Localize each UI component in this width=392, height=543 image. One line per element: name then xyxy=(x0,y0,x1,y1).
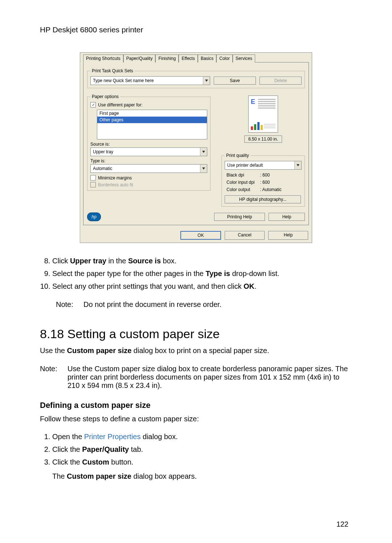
minimize-margins-checkbox[interactable]: Minimize margins xyxy=(90,175,207,181)
list-item[interactable]: First page xyxy=(97,110,207,117)
chevron-down-icon[interactable] xyxy=(203,77,210,85)
quickset-name-value: Type new Quick Set name here xyxy=(91,77,203,85)
list-item: Open the Printer Properties dialog box. xyxy=(52,431,352,442)
print-quality-value: Use printer default xyxy=(225,161,294,169)
preview-size-label: 8.50 x 11.00 in. xyxy=(244,135,282,143)
print-quality-group: Print quality Use printer default Black … xyxy=(221,153,305,207)
tab-bar: Printing Shortcuts Paper/Quality Finishi… xyxy=(80,53,312,62)
paragraph: Use the Custom paper size dialog box to … xyxy=(40,345,352,356)
quicksets-group: Print Task Quick Sets Type new Quick Set… xyxy=(87,68,305,88)
tab-basics[interactable]: Basics xyxy=(198,54,216,62)
minimize-margins-label: Minimize margins xyxy=(98,175,132,181)
source-is-combo[interactable]: Upper tray xyxy=(90,147,207,156)
note-text: Do not print the document in reverse ord… xyxy=(83,300,221,309)
use-different-paper-checkbox[interactable]: ✓ Use different paper for: xyxy=(90,102,207,108)
list-item: Click the Paper/Quality tab. xyxy=(52,444,352,455)
list-item: Click Upper tray in the Source is box. xyxy=(52,256,352,266)
paper-pages-listbox[interactable]: First page Other pages xyxy=(97,110,207,139)
preview-chart-icon xyxy=(251,122,263,130)
chevron-down-icon[interactable] xyxy=(294,161,301,169)
note-row: Note: Use the Custom paper size dialog b… xyxy=(40,365,352,390)
delete-button: Delete xyxy=(260,77,302,85)
hp-digital-photography-button[interactable]: HP digital photography... xyxy=(225,195,301,203)
list-item: Select any other print settings that you… xyxy=(52,281,352,292)
save-button[interactable]: Save xyxy=(214,77,256,85)
spec-value: : 600 xyxy=(260,172,282,178)
preview-letter: E xyxy=(251,98,255,106)
borderless-auto-fit-checkbox: Borderless auto fit xyxy=(90,182,207,187)
spec-label: Color output xyxy=(226,186,259,193)
list-item[interactable]: Other pages xyxy=(97,117,207,123)
quicksets-legend: Print Task Quick Sets xyxy=(90,68,135,73)
use-different-paper-label: Use different paper for: xyxy=(98,102,143,108)
print-quality-legend: Print quality xyxy=(225,153,250,158)
note-row: Note: Do not print the document in rever… xyxy=(56,300,352,309)
checkbox-box-icon xyxy=(90,182,96,187)
print-quality-combo[interactable]: Use printer default xyxy=(225,161,302,170)
quickset-name-combo[interactable]: Type new Quick Set name here xyxy=(90,76,210,85)
spec-value: : 600 xyxy=(260,179,282,186)
paper-options-legend: Paper options xyxy=(90,94,120,99)
chevron-down-icon[interactable] xyxy=(200,148,207,156)
preview-underlines-icon xyxy=(264,124,275,129)
print-properties-dialog: Printing Shortcuts Paper/Quality Finishi… xyxy=(80,52,312,243)
spec-value: : Automatic xyxy=(260,186,282,193)
borderless-auto-fit-label: Borderless auto fit xyxy=(98,182,133,187)
spec-label: Black dpi xyxy=(226,172,259,178)
checkbox-check-icon: ✓ xyxy=(90,102,96,108)
source-is-label: Source is: xyxy=(90,142,207,147)
tab-printing-shortcuts[interactable]: Printing Shortcuts xyxy=(83,54,123,62)
footer-help-button[interactable]: Help xyxy=(268,231,308,240)
instruction-list-8-10: Click Upper tray in the Source is box. S… xyxy=(40,256,352,292)
type-is-combo[interactable]: Automatic xyxy=(90,164,207,173)
list-item: Click the Custom button. The Custom pape… xyxy=(52,457,352,482)
print-quality-specs: Black dpi: 600 Color input dpi: 600 Colo… xyxy=(225,170,283,195)
type-is-label: Type is: xyxy=(90,158,207,163)
page-number: 122 xyxy=(336,520,348,528)
page-header: HP Deskjet 6800 series printer xyxy=(40,25,352,34)
hp-logo-icon: hp xyxy=(87,212,101,221)
preview-lines-icon xyxy=(258,99,275,110)
note-text: Use the Custom paper size dialog box to … xyxy=(68,365,352,390)
tab-finishing[interactable]: Finishing xyxy=(155,54,179,62)
chevron-down-icon[interactable] xyxy=(200,165,207,173)
page-preview-icon: E xyxy=(248,96,278,133)
tab-paper-quality[interactable]: Paper/Quality xyxy=(123,54,156,62)
tab-services[interactable]: Services xyxy=(233,54,255,62)
printer-properties-link[interactable]: Printer Properties xyxy=(84,433,141,441)
help-button[interactable]: Help xyxy=(269,213,305,221)
note-label: Note: xyxy=(56,300,77,309)
note-label: Note: xyxy=(40,365,61,390)
instruction-list-1-3: Open the Printer Properties dialog box. … xyxy=(40,431,352,482)
section-heading: 8.18 Setting a custom paper size xyxy=(40,327,352,341)
ok-button[interactable]: OK xyxy=(180,231,221,240)
sub-heading: Defining a custom paper size xyxy=(40,401,352,410)
cancel-button[interactable]: Cancel xyxy=(225,231,265,240)
paragraph: Follow these steps to define a custom pa… xyxy=(40,414,352,424)
tab-color[interactable]: Color xyxy=(216,54,233,62)
printing-help-button[interactable]: Printing Help xyxy=(214,213,265,221)
list-item: Select the paper type for the other page… xyxy=(52,268,352,279)
spec-label: Color input dpi xyxy=(226,179,259,186)
type-is-value: Automatic xyxy=(91,165,200,173)
paragraph: The Custom paper size dialog box appears… xyxy=(52,471,352,482)
paper-options-group: Paper options ✓ Use different paper for:… xyxy=(87,94,211,191)
source-is-value: Upper tray xyxy=(91,148,200,156)
tab-effects[interactable]: Effects xyxy=(179,54,197,62)
checkbox-box-icon xyxy=(90,175,96,181)
